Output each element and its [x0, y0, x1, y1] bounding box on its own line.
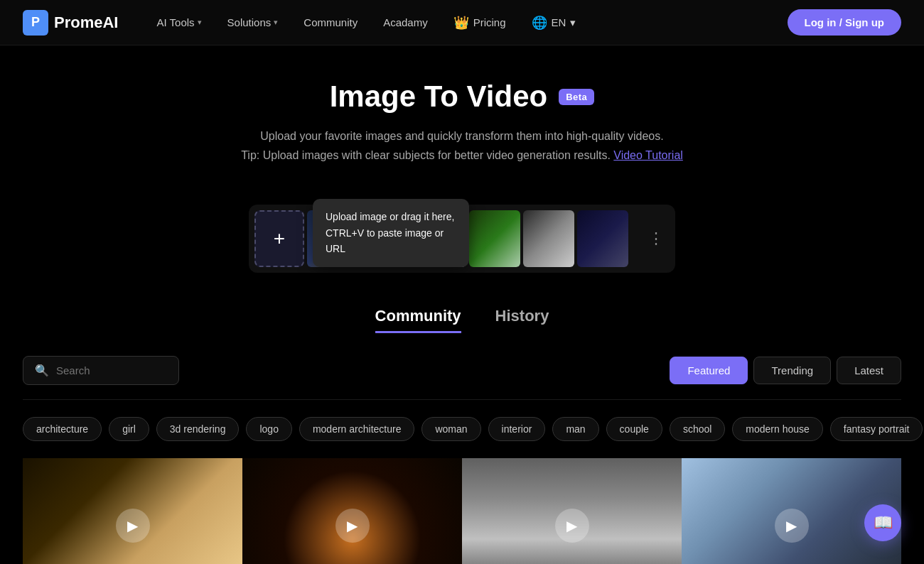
search-box: 🔍 [23, 356, 179, 385]
play-button[interactable]: ▶ [335, 509, 370, 543]
upload-add-button[interactable]: + [254, 210, 304, 267]
play-button[interactable]: ▶ [775, 509, 809, 543]
upload-image-item[interactable] [577, 210, 628, 267]
tag-item[interactable]: girl [109, 417, 149, 441]
tag-item[interactable]: school [670, 417, 725, 441]
upload-more-button[interactable]: ⋮ [643, 227, 670, 251]
content-tabs: Community History [0, 301, 924, 333]
tag-item[interactable]: architecture [23, 417, 102, 441]
login-signup-button[interactable]: Log in / Sign up [788, 9, 901, 36]
nav-academy[interactable]: Acadamy [373, 11, 438, 34]
tag-item[interactable]: modern architecture [299, 417, 415, 441]
page-title: Image To Video Beta [14, 80, 910, 114]
beta-badge: Beta [559, 89, 594, 105]
globe-icon: 🌐 [532, 15, 547, 31]
hero-subtitle: Upload your favorite images and quickly … [14, 126, 910, 165]
tag-item[interactable]: man [552, 417, 598, 441]
video-card[interactable]: ▶ [23, 458, 242, 564]
language-selector[interactable]: 🌐 EN ▾ [522, 9, 586, 36]
logo-icon: P [23, 10, 48, 36]
tag-item[interactable]: woman [421, 417, 480, 441]
nav-ai-tools[interactable]: AI Tools ▾ [146, 11, 211, 34]
tag-item[interactable]: logo [246, 417, 291, 441]
tab-history[interactable]: History [495, 307, 549, 333]
search-input[interactable] [56, 364, 163, 376]
nav-pricing[interactable]: 👑 Pricing [444, 9, 516, 36]
filter-latest-button[interactable]: Latest [837, 357, 901, 384]
play-button[interactable]: ▶ [116, 509, 150, 543]
tag-item[interactable]: interior [488, 417, 546, 441]
floating-help-button[interactable]: 📖 [864, 504, 901, 541]
plus-icon: + [274, 227, 285, 250]
tag-item[interactable]: 3d rendering [156, 417, 240, 441]
nav-community[interactable]: Community [294, 11, 367, 34]
navbar: P PromeAI AI Tools ▾ Solutions ▾ Communi… [0, 0, 924, 45]
filter-featured-button[interactable]: Featured [670, 357, 748, 384]
upload-tooltip: Upload image or drag it here, CTRL+V to … [313, 199, 469, 266]
tags-bar: architecture girl 3d rendering logo mode… [0, 417, 924, 441]
divider [23, 399, 901, 400]
logo-text: PromeAI [54, 13, 118, 32]
filter-trending-button[interactable]: Trending [753, 357, 831, 384]
upload-image-item[interactable] [469, 210, 520, 267]
hero-section: Image To Video Beta Upload your favorite… [0, 45, 924, 188]
tab-community[interactable]: Community [375, 307, 461, 333]
chevron-down-icon: ▾ [570, 16, 576, 29]
tag-item[interactable]: couple [606, 417, 662, 441]
nav-solutions[interactable]: Solutions ▾ [217, 11, 289, 34]
chevron-down-icon: ▾ [274, 18, 278, 27]
play-button[interactable]: ▶ [555, 509, 589, 543]
upload-image-item[interactable] [523, 210, 574, 267]
tag-item[interactable]: fantasy portrait [830, 417, 923, 441]
filter-buttons: Featured Trending Latest [670, 357, 901, 384]
tag-item[interactable]: modern house [732, 417, 823, 441]
video-tutorial-link[interactable]: Video Tutorial [613, 149, 683, 161]
video-card[interactable]: ▶ [242, 458, 462, 564]
filter-bar: 🔍 Featured Trending Latest [0, 356, 924, 385]
crown-icon: 👑 [453, 15, 469, 31]
upload-section: Upload image or drag it here, CTRL+V to … [0, 188, 924, 301]
video-grid: ▶ ▶ ▶ ▶ [0, 458, 924, 564]
video-card[interactable]: ▶ [462, 458, 682, 564]
chevron-down-icon: ▾ [198, 18, 202, 27]
logo[interactable]: P PromeAI [23, 10, 118, 36]
nav-links: AI Tools ▾ Solutions ▾ Community Acadamy… [146, 9, 787, 36]
search-icon: 🔍 [35, 364, 49, 377]
